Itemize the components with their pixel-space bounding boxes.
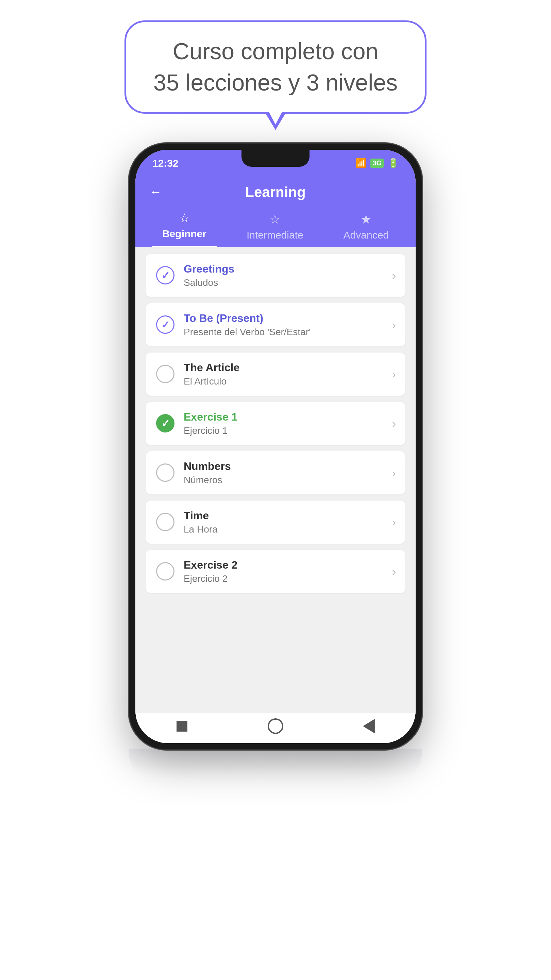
tab-intermediate[interactable]: ☆ Intermediate	[237, 209, 314, 247]
tab-advanced[interactable]: ★ Advanced	[333, 209, 399, 247]
back-button[interactable]: ←	[149, 185, 162, 199]
lesson-title-numbers: Numbers	[184, 460, 384, 473]
speech-bubble-container: Curso completo con 35 lecciones y 3 nive…	[124, 21, 427, 130]
empty-circle-icon-3	[156, 513, 175, 531]
nav-back-button[interactable]	[359, 717, 378, 736]
lesson-title-time: Time	[184, 509, 384, 522]
chevron-right-icon-2: ›	[392, 318, 396, 331]
battery-icon: 🔋	[388, 158, 399, 169]
advanced-star-icon: ★	[360, 212, 372, 227]
status-icons: 📶 3G 🔋	[356, 158, 399, 169]
wifi-icon: 📶	[356, 158, 366, 169]
beginner-star-icon: ☆	[179, 211, 190, 225]
status-bar: 12:32 📶 3G 🔋	[135, 150, 416, 177]
checked-blue-icon-2	[156, 315, 175, 334]
empty-circle-icon-2	[156, 463, 175, 482]
lesson-title-exercise1: Exercise 1	[184, 411, 384, 423]
header-title: Learning	[245, 184, 305, 200]
triangle-icon	[363, 719, 375, 733]
lesson-item-greetings[interactable]: Greetings Saludos ›	[146, 254, 405, 297]
lesson-status-tobe	[155, 314, 176, 335]
tabs-container: ☆ Beginner ☆ Intermediate ★ Advanced	[135, 208, 416, 247]
lesson-text-exercise2: Exercise 2 Ejercicio 2	[184, 559, 384, 584]
lesson-title-greetings: Greetings	[184, 263, 384, 275]
lesson-subtitle-tobe: Presente del Verbo 'Ser/Estar'	[184, 327, 384, 337]
lesson-text-exercise1: Exercise 1 Ejercicio 1	[184, 411, 384, 436]
empty-circle-icon	[156, 365, 175, 383]
nav-square-button[interactable]	[173, 717, 192, 736]
speech-bubble: Curso completo con 35 lecciones y 3 nive…	[124, 21, 427, 114]
lesson-item-tobe[interactable]: To Be (Present) Presente del Verbo 'Ser/…	[146, 303, 405, 347]
lesson-status-numbers	[155, 463, 176, 483]
lesson-item-numbers[interactable]: Numbers Números ›	[146, 451, 405, 495]
lesson-subtitle-exercise2: Ejercicio 2	[184, 573, 384, 584]
speech-bubble-text: Curso completo con 35 lecciones y 3 nive…	[153, 36, 398, 98]
lesson-item-exercise2[interactable]: Exercise 2 Ejercicio 2 ›	[146, 550, 405, 593]
circle-icon	[268, 718, 283, 734]
lesson-status-greetings	[155, 265, 176, 285]
lesson-title-tobe: To Be (Present)	[184, 312, 384, 325]
lesson-subtitle-exercise1: Ejercicio 1	[184, 425, 384, 436]
checked-green-icon	[156, 414, 175, 433]
chevron-right-icon-6: ›	[392, 515, 396, 529]
lesson-subtitle-greetings: Saludos	[184, 277, 384, 288]
speech-bubble-tail	[265, 113, 286, 130]
lesson-title-exercise2: Exercise 2	[184, 559, 384, 571]
lesson-title-article: The Article	[184, 361, 384, 374]
intermediate-tab-label: Intermediate	[246, 229, 303, 241]
chevron-right-icon-7: ›	[392, 565, 396, 578]
lesson-text-article: The Article El Artículo	[184, 361, 384, 387]
lesson-text-numbers: Numbers Números	[184, 460, 384, 485]
intermediate-star-icon: ☆	[269, 212, 280, 227]
lesson-status-exercise2	[155, 561, 176, 582]
lesson-status-article	[155, 364, 176, 384]
phone-screen: 12:32 📶 3G 🔋 ← Learning ☆ Beginner ☆ Int…	[135, 150, 416, 743]
notch	[241, 150, 310, 167]
chevron-right-icon-4: ›	[392, 417, 396, 430]
lesson-item-exercise1[interactable]: Exercise 1 Ejercicio 1 ›	[146, 402, 405, 445]
status-time: 12:32	[152, 158, 179, 169]
lesson-text-tobe: To Be (Present) Presente del Verbo 'Ser/…	[184, 312, 384, 337]
beginner-tab-label: Beginner	[162, 228, 206, 240]
lesson-text-greetings: Greetings Saludos	[184, 263, 384, 288]
lesson-status-exercise1	[155, 413, 176, 434]
lesson-subtitle-numbers: Números	[184, 475, 384, 485]
square-icon	[176, 721, 187, 732]
lesson-status-time	[155, 512, 176, 532]
lesson-item-time[interactable]: Time La Hora ›	[146, 501, 405, 544]
lessons-list: Greetings Saludos › To Be (Present) Pres…	[135, 247, 416, 713]
app-header: ← Learning	[135, 177, 416, 208]
chevron-right-icon-3: ›	[392, 368, 396, 381]
advanced-tab-label: Advanced	[343, 229, 389, 241]
nav-home-button[interactable]	[266, 717, 285, 736]
bottom-nav	[135, 713, 416, 743]
phone-reflection	[129, 749, 422, 776]
lesson-subtitle-article: El Artículo	[184, 376, 384, 387]
lesson-subtitle-time: La Hora	[184, 524, 384, 535]
lesson-item-article[interactable]: The Article El Artículo ›	[146, 353, 405, 396]
phone-frame: 12:32 📶 3G 🔋 ← Learning ☆ Beginner ☆ Int…	[129, 143, 422, 749]
empty-circle-icon-4	[156, 562, 175, 581]
chevron-right-icon: ›	[392, 269, 396, 282]
checked-blue-icon	[156, 266, 175, 285]
tab-beginner[interactable]: ☆ Beginner	[152, 208, 217, 247]
chevron-right-icon-5: ›	[392, 466, 396, 479]
lesson-text-time: Time La Hora	[184, 509, 384, 535]
signal-icon: 3G	[370, 159, 384, 168]
